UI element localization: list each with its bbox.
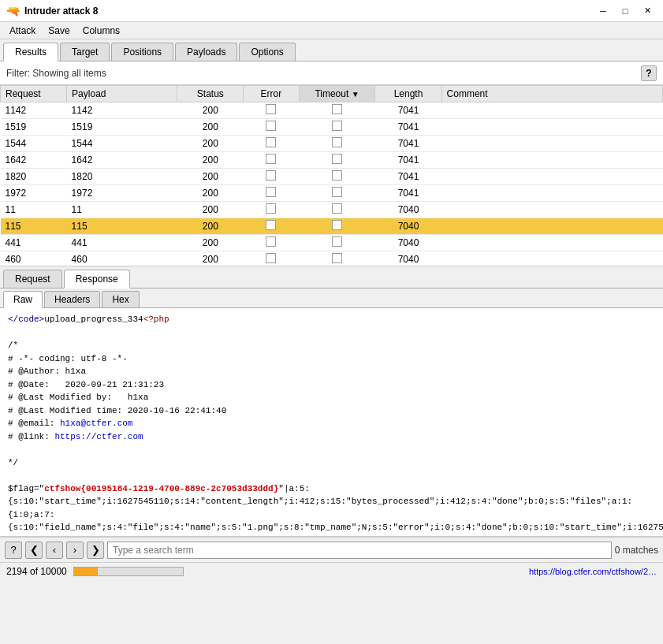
search-input[interactable] — [107, 542, 612, 559]
tab-positions[interactable]: Positions — [111, 43, 173, 61]
tab-payloads[interactable]: Payloads — [175, 43, 237, 61]
code-line-2 — [8, 326, 655, 340]
tab-headers[interactable]: Headers — [44, 291, 100, 307]
table-row[interactable]: 197219722007041 — [1, 185, 663, 202]
tab-response[interactable]: Response — [64, 270, 130, 288]
table-body: 1142114220070411519151920070411544154420… — [1, 102, 663, 267]
code-line-7: # @Last Modified by: h1xa — [8, 391, 655, 404]
col-header-length[interactable]: Length — [375, 86, 441, 102]
code-line-9: # @email: h1xa@ctfer.com — [8, 417, 655, 430]
error-checkbox[interactable] — [266, 253, 276, 263]
prev-button[interactable]: ❮ — [25, 542, 43, 559]
timeout-checkbox[interactable] — [332, 137, 342, 147]
table-row[interactable]: 182018202007041 — [1, 169, 663, 185]
col-header-request[interactable]: Request — [1, 86, 67, 102]
col-header-comment[interactable]: Comment — [441, 86, 662, 102]
table-row[interactable]: 4604602007040 — [1, 251, 663, 267]
menu-save[interactable]: Save — [42, 24, 76, 38]
error-checkbox[interactable] — [266, 154, 276, 164]
main-tabs: Results Target Positions Payloads Option… — [0, 39, 663, 61]
table-row[interactable]: 154415442007041 — [1, 136, 663, 152]
results-table: Request Payload Status Error Timeout ▼ L… — [0, 85, 663, 266]
filter-text: Filter: Showing all items — [6, 68, 106, 79]
filter-help-button[interactable]: ? — [641, 65, 657, 81]
tab-raw[interactable]: Raw — [3, 291, 43, 308]
minimize-button[interactable]: ─ — [594, 4, 613, 18]
code-line-3: /* — [8, 339, 655, 352]
error-checkbox[interactable] — [266, 236, 276, 247]
code-line-6: # @Date: 2020-09-21 21:31:23 — [8, 378, 655, 392]
code-view: </code>upload_progress_334<?php /* # -*-… — [0, 308, 663, 537]
table-row[interactable]: 1151152007040 — [1, 218, 663, 235]
timeout-checkbox[interactable] — [332, 236, 342, 247]
timeout-checkbox[interactable] — [332, 220, 342, 230]
menubar: Attack Save Columns — [0, 22, 663, 39]
help-button[interactable]: ? — [5, 542, 22, 559]
error-checkbox[interactable] — [266, 203, 276, 214]
forward-button[interactable]: ❯ — [87, 542, 104, 559]
error-checkbox[interactable] — [266, 121, 276, 131]
col-header-status[interactable]: Status — [177, 86, 244, 102]
error-checkbox[interactable] — [266, 104, 276, 114]
progress-label: 2194 of 10000 — [6, 566, 67, 577]
titlebar-left: 🔫 Intruder attack 8 — [6, 5, 98, 17]
progress-area: 2194 of 10000 https://blog.ctfer.com/ctf… — [0, 562, 663, 579]
col-header-payload[interactable]: Payload — [67, 86, 177, 102]
error-checkbox[interactable] — [266, 220, 276, 230]
timeout-checkbox[interactable] — [332, 170, 342, 181]
code-line-11 — [8, 443, 655, 456]
code-line-4: # -*- coding: utf-8 -*- — [8, 352, 655, 366]
tab-hex[interactable]: Hex — [102, 291, 139, 307]
code-line-12: */ — [8, 456, 655, 470]
col-header-timeout[interactable]: Timeout ▼ — [299, 86, 375, 102]
timeout-checkbox[interactable] — [332, 121, 342, 131]
table-row[interactable]: 151915192007041 — [1, 119, 663, 136]
back-button[interactable]: ‹ — [46, 542, 63, 559]
error-checkbox[interactable] — [266, 170, 276, 181]
code-line-13 — [8, 469, 655, 482]
error-checkbox[interactable] — [266, 137, 276, 147]
inner-tabs: Raw Headers Hex — [0, 288, 663, 308]
app-icon: 🔫 — [6, 5, 20, 17]
timeout-checkbox[interactable] — [332, 203, 342, 214]
code-line-5: # @Author: h1xa — [8, 365, 655, 378]
progress-url: https://blog.ctfer.com/ctfshow/2… — [190, 567, 657, 576]
titlebar-controls: ─ □ ✕ — [594, 4, 657, 18]
req-resp-tabs: Request Response — [0, 266, 663, 288]
maximize-button[interactable]: □ — [616, 4, 635, 18]
match-count: 0 matches — [615, 545, 658, 556]
close-button[interactable]: ✕ — [638, 4, 657, 18]
menu-attack[interactable]: Attack — [3, 24, 42, 38]
timeout-checkbox[interactable] — [332, 187, 342, 197]
filterbar: Filter: Showing all items ? — [0, 61, 663, 85]
col-header-error[interactable]: Error — [244, 86, 299, 102]
code-line-10: # @link: https://ctfer.com — [8, 430, 655, 444]
progress-bar-fill — [74, 568, 98, 575]
timeout-checkbox[interactable] — [332, 104, 342, 114]
table-row[interactable]: 11112007040 — [1, 202, 663, 218]
progress-bar-container — [73, 567, 184, 576]
code-flag-line: $flag="ctfshow{00195184-1219-4700-889c-2… — [8, 482, 655, 534]
table-row[interactable]: 4414412007040 — [1, 235, 663, 251]
code-line-1: </code>upload_progress_334<?php — [8, 313, 655, 326]
app-title: Intruder attack 8 — [24, 6, 98, 17]
menu-columns[interactable]: Columns — [76, 24, 126, 38]
error-checkbox[interactable] — [266, 187, 276, 197]
tab-options[interactable]: Options — [239, 43, 295, 61]
titlebar: 🔫 Intruder attack 8 ─ □ ✕ — [0, 0, 663, 22]
next-button[interactable]: › — [66, 542, 84, 559]
tab-results[interactable]: Results — [3, 43, 58, 61]
table-row[interactable]: 164216422007041 — [1, 152, 663, 169]
tab-target[interactable]: Target — [60, 43, 110, 61]
code-line-8: # @Last Modified time: 2020-10-16 22:41:… — [8, 404, 655, 418]
bottom-toolbar: ? ❮ ‹ › ❯ 0 matches — [0, 537, 663, 562]
timeout-checkbox[interactable] — [332, 154, 342, 164]
results-table-container: Request Payload Status Error Timeout ▼ L… — [0, 85, 663, 266]
table-row[interactable]: 114211422007041 — [1, 102, 663, 119]
timeout-checkbox[interactable] — [332, 253, 342, 263]
tab-request[interactable]: Request — [3, 270, 62, 288]
